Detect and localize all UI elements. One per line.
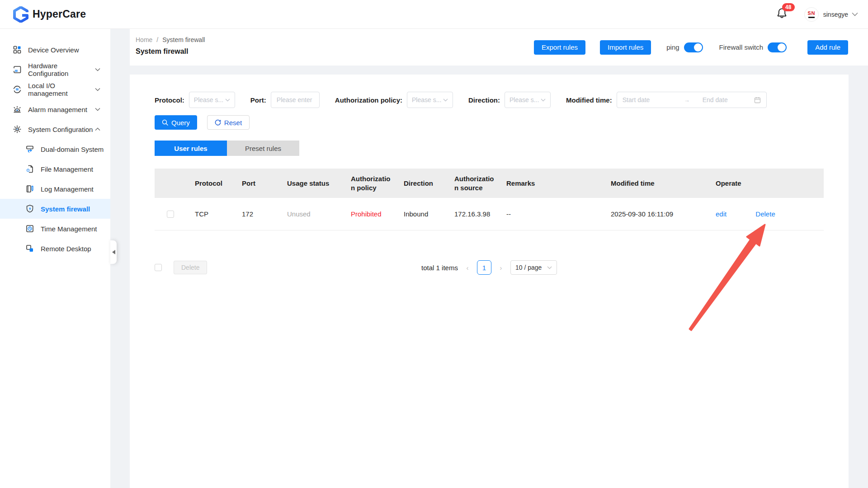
ping-toggle[interactable]: [684, 42, 703, 52]
sidebar-item-log-management[interactable]: Log Management: [0, 179, 110, 199]
chevron-up-icon: [95, 127, 100, 131]
cell-usage-status: Unused: [278, 210, 342, 218]
import-rules-button[interactable]: Import rules: [600, 40, 651, 55]
filter-bar: Protocol: Please s... Port: Authorizatio…: [155, 92, 824, 108]
select-all-checkbox[interactable]: [155, 264, 162, 271]
col-modified-time: Modified time: [602, 179, 707, 188]
server-icon: [25, 145, 34, 154]
table-header-row: Protocol Port Usage status Authorization…: [155, 169, 824, 198]
bulk-delete-button[interactable]: Delete: [174, 261, 207, 274]
chevron-down-icon: [541, 99, 546, 102]
pagination: total 1 items ‹ 1 › 10 / page: [421, 260, 557, 275]
toolbar: Export rules Import rules ping Firewall …: [534, 40, 848, 55]
page-number-1[interactable]: 1: [477, 260, 491, 275]
gear-icon: [13, 125, 22, 134]
cell-port: 172: [233, 210, 278, 218]
app-header: HyperCare 48 SN sinsegye: [0, 0, 868, 29]
col-authorization-source: Authorization source: [446, 174, 498, 192]
add-rule-button[interactable]: Add rule: [807, 40, 848, 55]
query-action-row: Query Reset: [155, 115, 824, 130]
reset-button[interactable]: Reset: [207, 115, 250, 130]
query-button[interactable]: Query: [155, 115, 197, 130]
date-range-picker[interactable]: →: [617, 92, 767, 108]
tab-preset-rules[interactable]: Preset rules: [227, 141, 299, 156]
chevron-down-icon: [95, 68, 100, 71]
modified-time-filter-label: Modified time:: [566, 96, 612, 104]
sidebar-item-time-management[interactable]: Time Management: [0, 219, 110, 239]
chevron-down-icon: [95, 88, 100, 91]
breadcrumb-current: System firewall: [162, 36, 205, 43]
sidebar-item-system-configuration[interactable]: System Configuration: [0, 119, 110, 139]
next-page-button[interactable]: ›: [499, 264, 503, 272]
sidebar-item-system-firewall[interactable]: System firewall: [0, 199, 110, 219]
col-usage-status: Usage status: [278, 179, 342, 188]
sidebar-item-dual-domain-system[interactable]: Dual-domain System: [0, 139, 110, 159]
direction-select[interactable]: Please s...: [505, 92, 551, 108]
direction-filter-label: Direction:: [468, 96, 500, 104]
cell-remarks: --: [498, 210, 602, 218]
export-rules-button[interactable]: Export rules: [534, 40, 585, 55]
sidebar-item-alarm-management[interactable]: Alarm management: [0, 99, 110, 119]
cell-modified-time: 2025-09-30 16:11:09: [602, 210, 707, 218]
cell-authorization-source: 172.16.3.98: [446, 210, 498, 218]
page-size-select[interactable]: 10 / page: [510, 260, 557, 275]
sidebar-item-device-overview[interactable]: Device Overview: [0, 40, 110, 60]
username[interactable]: sinsegye: [823, 11, 848, 18]
search-icon: [162, 119, 168, 126]
main-area: Home / System firewall System firewall E…: [110, 29, 868, 488]
page-header-bar: Home / System firewall System firewall E…: [130, 29, 868, 66]
io-refresh-icon: [13, 85, 22, 94]
sidebar-collapse-handle[interactable]: [110, 240, 117, 264]
chevron-down-icon: [95, 108, 100, 111]
range-arrow: →: [674, 97, 700, 103]
auth-policy-select[interactable]: Please s...: [407, 92, 453, 108]
protocol-select[interactable]: Please s...: [189, 92, 235, 108]
firewall-switch-label: Firewall switch: [719, 43, 764, 51]
sidebar-item-hardware-configuration[interactable]: Hardware Configuration: [0, 60, 110, 80]
chevron-down-icon[interactable]: [852, 12, 858, 16]
breadcrumb-separator: /: [156, 36, 158, 43]
firewall-switch-toggle[interactable]: [768, 42, 787, 52]
sidebar-item-file-management[interactable]: File Management: [0, 159, 110, 179]
sidebar-item-local-io-management[interactable]: Local I/O management: [0, 80, 110, 99]
end-date-input[interactable]: [703, 96, 751, 103]
edit-link[interactable]: edit: [716, 210, 726, 218]
clock-icon: [25, 224, 34, 233]
log-book-icon: [25, 184, 34, 193]
col-port: Port: [233, 179, 278, 188]
prev-page-button[interactable]: ‹: [465, 264, 470, 272]
cell-protocol: TCP: [186, 210, 233, 218]
cell-authorization-policy: Prohibited: [342, 210, 395, 218]
total-items-text: total 1 items: [421, 264, 458, 272]
ping-label: ping: [666, 43, 679, 51]
table-row: TCP 172 Unused Prohibited Inbound 172.16…: [155, 198, 824, 230]
alarm-icon: [13, 105, 22, 114]
tab-user-rules[interactable]: User rules: [155, 141, 227, 156]
remote-desktop-icon: [25, 244, 34, 253]
port-filter-label: Port:: [250, 96, 266, 104]
hypercare-logo-icon: [13, 6, 29, 23]
delete-link[interactable]: Delete: [755, 210, 775, 218]
row-checkbox[interactable]: [167, 211, 174, 218]
col-protocol: Protocol: [186, 179, 233, 188]
notifications-button[interactable]: 48: [776, 7, 788, 21]
sidebar-item-remote-desktop[interactable]: Remote Desktop: [0, 239, 110, 258]
brand: HyperCare: [13, 6, 86, 23]
chevron-down-icon: [225, 99, 230, 102]
start-date-input[interactable]: [623, 96, 671, 103]
avatar[interactable]: SN: [804, 7, 819, 22]
rules-table: Protocol Port Usage status Authorization…: [155, 169, 824, 230]
shield-bolt-icon: [25, 204, 34, 213]
calendar-icon: [754, 97, 761, 103]
breadcrumb-home[interactable]: Home: [136, 36, 152, 43]
port-input[interactable]: [271, 92, 320, 108]
file-icon: [25, 164, 34, 174]
chevron-down-icon: [547, 266, 552, 269]
col-operate: Operate: [707, 179, 824, 188]
rules-tabs: User rules Preset rules: [155, 141, 824, 156]
protocol-filter-label: Protocol:: [155, 96, 184, 104]
col-direction: Direction: [395, 179, 446, 188]
refresh-icon: [215, 119, 221, 126]
sidebar: Device Overview Hardware Configuration L…: [0, 29, 110, 488]
col-remarks: Remarks: [498, 179, 602, 188]
